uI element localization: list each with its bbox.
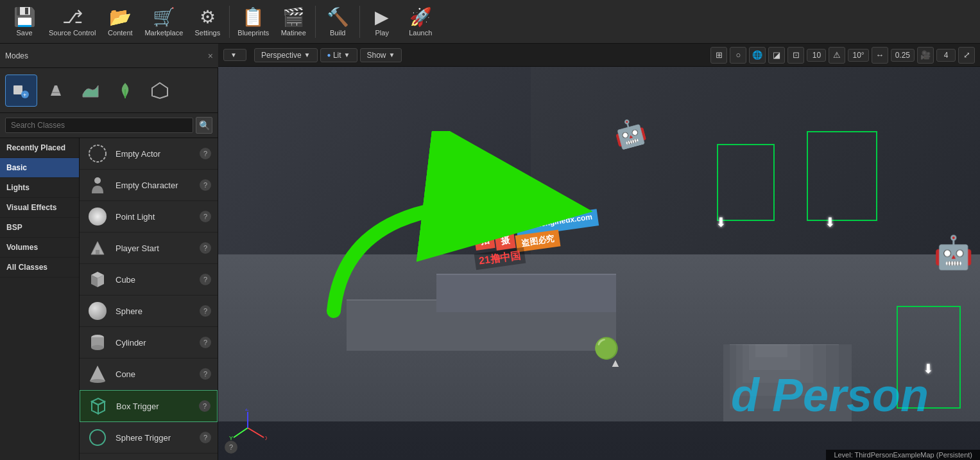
svg-point-7 bbox=[94, 177, 101, 184]
search-input[interactable] bbox=[5, 118, 193, 133]
list-item-empty-actor[interactable]: Empty Actor ? bbox=[80, 138, 218, 170]
cone-label: Cone bbox=[116, 369, 200, 379]
list-item-empty-character[interactable]: Empty Character ? bbox=[80, 170, 218, 201]
placement-arrow-3: ⬇ bbox=[923, 361, 934, 376]
grid-size-value[interactable]: 10 bbox=[807, 49, 826, 62]
level-status: Level: ThirdPersonExampleMap (Persistent… bbox=[834, 451, 972, 459]
viewport-right-tools: ⊞ ○ 🌐 ◪ ⊡ 10 ⚠ 10° ↔ 0.25 🎥 4 ⤢ bbox=[710, 47, 975, 64]
cylinder-help[interactable]: ? bbox=[200, 337, 211, 348]
list-item-cube[interactable]: Cube ? bbox=[80, 264, 218, 296]
list-item-player-start[interactable]: Player Start ? bbox=[80, 233, 218, 264]
toolbar-separator-1 bbox=[229, 6, 230, 38]
svg-point-6 bbox=[89, 145, 106, 162]
player-start-help[interactable]: ? bbox=[200, 242, 211, 254]
cube-label: Cube bbox=[116, 275, 200, 285]
mode-geometry-btn[interactable] bbox=[144, 75, 176, 107]
build-icon: 🔨 bbox=[327, 6, 349, 28]
mode-place-btn[interactable]: + bbox=[5, 75, 37, 107]
grid-btn[interactable]: ⊡ bbox=[787, 47, 804, 64]
main-toolbar: 💾 Save ⎇ Source Control 📂 Content 🛒 Mark… bbox=[0, 0, 980, 44]
close-button[interactable]: × bbox=[208, 51, 213, 61]
toolbar-item-play[interactable]: ▶ Play bbox=[363, 3, 401, 41]
viewport-dropdown-btn[interactable]: ▼ bbox=[223, 49, 246, 61]
list-item-cylinder[interactable]: Cylinder ? bbox=[80, 327, 218, 358]
rotation-warn-icon: ⚠ bbox=[829, 47, 845, 64]
toolbar-item-settings[interactable]: ⚙ Settings bbox=[188, 3, 227, 41]
svg-marker-19 bbox=[98, 402, 105, 414]
camera-speed-icon[interactable]: 🎥 bbox=[917, 47, 934, 64]
viewport-canvas[interactable]: ⬇ ⬇ ⬇ 🤖 🤖 🟢 ▲ 实 物 www.enginedx.com 拍 摄 盗… bbox=[218, 67, 980, 460]
nav-bsp[interactable]: BSP bbox=[0, 218, 79, 238]
toolbar-item-save[interactable]: 💾 Save bbox=[5, 3, 44, 41]
show-btn[interactable]: Show ▼ bbox=[360, 48, 402, 62]
scale-snap-value[interactable]: 0.25 bbox=[891, 49, 915, 62]
expand-icon-btn[interactable]: ⤢ bbox=[958, 47, 975, 64]
mode-landscape-btn[interactable] bbox=[74, 75, 107, 107]
snap-surface-btn[interactable]: ◪ bbox=[768, 47, 785, 64]
camera-speed-value[interactable]: 4 bbox=[936, 49, 956, 62]
play-label: Play bbox=[375, 29, 389, 37]
mode-foliage-btn[interactable] bbox=[109, 75, 141, 107]
perspective-btn[interactable]: Perspective ▼ bbox=[254, 48, 318, 62]
point-light-help[interactable]: ? bbox=[200, 211, 211, 222]
perspective-label: Perspective bbox=[261, 51, 302, 60]
list-item-sphere-trigger[interactable]: Sphere Trigger ? bbox=[80, 422, 218, 454]
box-trigger-icon bbox=[87, 394, 110, 418]
modes-header: Modes × bbox=[0, 44, 218, 68]
nav-recently-placed[interactable]: Recently Placed bbox=[0, 138, 79, 158]
sphere-trigger-help[interactable]: ? bbox=[200, 432, 211, 443]
toolbar-item-source-control[interactable]: ⎇ Source Control bbox=[44, 3, 101, 41]
nav-visual-effects[interactable]: Visual Effects bbox=[0, 198, 79, 218]
grid-icon-btn[interactable]: ⊞ bbox=[710, 47, 727, 64]
lit-btn[interactable]: ● Lit ▼ bbox=[320, 48, 357, 62]
toolbar-item-blueprints[interactable]: 📋 Blueprints bbox=[232, 3, 274, 41]
launch-icon: 🚀 bbox=[409, 6, 432, 28]
sphere-help[interactable]: ? bbox=[200, 305, 211, 317]
svg-line-24 bbox=[234, 428, 248, 438]
nav-lights[interactable]: Lights bbox=[0, 178, 79, 198]
content-icon: 📂 bbox=[109, 6, 132, 28]
rotation-snap-value[interactable]: 10° bbox=[848, 49, 868, 62]
svg-text:Z: Z bbox=[245, 409, 249, 412]
empty-character-help[interactable]: ? bbox=[200, 179, 211, 191]
list-item-cone[interactable]: Cone ? bbox=[80, 358, 218, 390]
robot-figure-2: 🤖 bbox=[934, 234, 974, 271]
scale-icon-btn[interactable]: ↔ bbox=[872, 47, 888, 64]
box-trigger-label: Box Trigger bbox=[116, 402, 199, 411]
status-bar: Level: ThirdPersonExampleMap (Persistent… bbox=[826, 450, 980, 460]
empty-actor-help[interactable]: ? bbox=[200, 148, 211, 159]
help-icon-btn[interactable]: ? bbox=[225, 441, 237, 454]
matinee-label: Matinee bbox=[281, 29, 306, 37]
search-button[interactable]: 🔍 bbox=[196, 117, 212, 134]
player-arrow: ▲ bbox=[610, 357, 621, 370]
toolbar-item-marketplace[interactable]: 🛒 Marketplace bbox=[139, 3, 188, 41]
list-item-sphere[interactable]: Sphere ? bbox=[80, 296, 218, 327]
mode-icons-bar: + bbox=[0, 68, 218, 113]
search-box: 🔍 bbox=[0, 113, 218, 138]
placement-arrow-1: ⬇ bbox=[716, 215, 726, 230]
nav-basic[interactable]: Basic bbox=[0, 158, 79, 178]
cube-help[interactable]: ? bbox=[200, 274, 211, 285]
svg-rect-8 bbox=[96, 250, 99, 254]
box-trigger-help[interactable]: ? bbox=[199, 400, 211, 412]
empty-actor-icon bbox=[86, 142, 109, 165]
nav-all-classes[interactable]: All Classes bbox=[0, 258, 79, 278]
cone-help[interactable]: ? bbox=[200, 368, 211, 380]
empty-character-label: Empty Character bbox=[116, 181, 200, 190]
list-item-point-light[interactable]: Point Light ? bbox=[80, 201, 218, 233]
empty-character-icon bbox=[86, 173, 109, 197]
player-start-icon bbox=[86, 236, 109, 260]
left-nav: Recently Placed Basic Lights Visual Effe… bbox=[0, 138, 80, 460]
toolbar-item-build[interactable]: 🔨 Build bbox=[318, 3, 357, 41]
toolbar-item-content[interactable]: 📂 Content bbox=[101, 3, 139, 41]
nav-volumes[interactable]: Volumes bbox=[0, 238, 79, 258]
mode-paint-btn[interactable] bbox=[40, 75, 72, 107]
wireframe-icon-btn[interactable]: ○ bbox=[730, 47, 746, 64]
toolbar-item-launch[interactable]: 🚀 Launch bbox=[401, 3, 440, 41]
placement-arrow-2: ⬇ bbox=[825, 215, 836, 230]
toolbar-item-matinee[interactable]: 🎬 Matinee bbox=[274, 3, 313, 41]
items-list: Empty Actor ? Empty Character ? Point Li… bbox=[80, 138, 218, 460]
world-icon-btn[interactable]: 🌐 bbox=[749, 47, 766, 64]
list-item-box-trigger[interactable]: Box Trigger ? bbox=[80, 390, 218, 422]
matinee-icon: 🎬 bbox=[282, 6, 305, 28]
